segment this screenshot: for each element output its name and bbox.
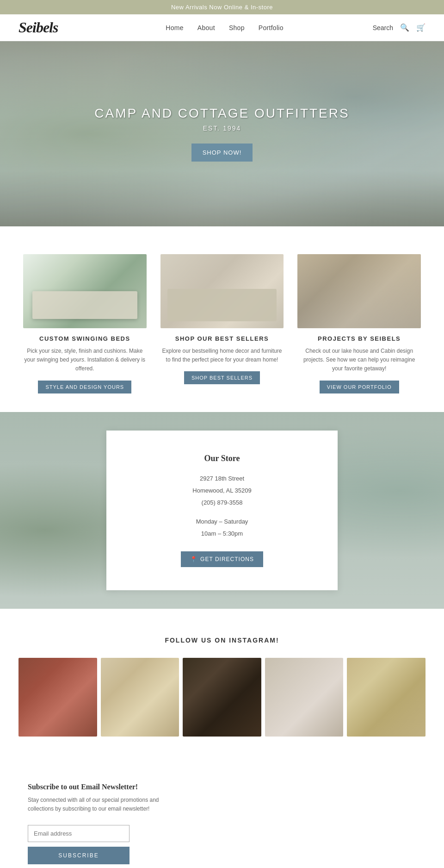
store-card: Our Store 2927 18th Street Homewood, AL … xyxy=(106,431,338,590)
newsletter-section: Subscribe to out Email Newsletter! Stay … xyxy=(0,755,444,868)
header-right: Search 🔍 🛒 xyxy=(373,23,426,32)
store-address-line2: Homewood, AL 35209 xyxy=(143,485,301,497)
shop-now-button[interactable]: SHOP NOW! xyxy=(191,144,253,162)
announcement-bar: New Arrivals Now Online & In-store xyxy=(0,0,444,14)
instagram-item-5[interactable] xyxy=(347,658,426,737)
instagram-item-4[interactable] xyxy=(265,658,344,737)
card-title-swinging-beds: CUSTOM SWINGING BEDS xyxy=(23,335,147,342)
hero-title: CAMP AND COTTAGE OUTFITTERS xyxy=(94,106,349,121)
instagram-grid xyxy=(18,658,426,737)
instagram-item-3[interactable] xyxy=(183,658,261,737)
shop-best-sellers-button[interactable]: SHOP BEST SELLERS xyxy=(184,371,260,384)
logo[interactable]: Seibels xyxy=(18,19,58,36)
card-title-projects: PROJECTS BY SEIBELS xyxy=(297,335,421,342)
card-best-sellers: SHOP OUR BEST SELLERS Explore our bestse… xyxy=(160,254,284,393)
store-hours: Monday – Saturday 10am – 5:30pm xyxy=(143,516,301,540)
nav-portfolio[interactable]: Portfolio xyxy=(259,24,284,31)
directions-label: GET DIRECTIONS xyxy=(200,556,254,562)
instagram-section: FOLLOW US ON INSTAGRAM! xyxy=(0,609,444,755)
subscribe-button[interactable]: SUBSCRIBE xyxy=(28,847,130,864)
announcement-text: New Arrivals Now Online & In-store xyxy=(171,4,273,11)
nav-shop[interactable]: Shop xyxy=(229,24,245,31)
instagram-title: FOLLOW US ON INSTAGRAM! xyxy=(18,637,426,644)
instagram-item-1[interactable] xyxy=(18,658,97,737)
card-projects: PROJECTS BY SEIBELS Check out our lake h… xyxy=(297,254,421,393)
store-title: Our Store xyxy=(143,454,301,463)
nav-home[interactable]: Home xyxy=(166,24,184,31)
card-desc-swinging-beds: Pick your size, style, finish and cushio… xyxy=(23,347,147,374)
card-image-best-sellers xyxy=(160,254,284,328)
card-desc-best-sellers: Explore our bestselling home decor and f… xyxy=(160,347,284,364)
hero-content: CAMP AND COTTAGE OUTFITTERS EST. 1994 SH… xyxy=(94,106,349,162)
store-hours-time: 10am – 5:30pm xyxy=(143,528,301,540)
search-icon[interactable]: 🔍 xyxy=(400,23,409,32)
pin-icon: 📍 xyxy=(190,556,197,562)
newsletter-title: Subscribe to out Email Newsletter! xyxy=(28,783,416,791)
header: Seibels Home About Shop Portfolio Search… xyxy=(0,14,444,41)
store-address-line1: 2927 18th Street xyxy=(143,473,301,485)
store-section: Our Store 2927 18th Street Homewood, AL … xyxy=(0,412,444,609)
logo-text: Seibels xyxy=(18,19,58,36)
store-phone: (205) 879-3558 xyxy=(143,497,301,509)
search-label: Search xyxy=(373,24,393,31)
store-hours-days: Monday – Saturday xyxy=(143,516,301,528)
style-design-yours-button[interactable]: STYLE AND DESIGN YOURS xyxy=(38,381,131,393)
view-portfolio-button[interactable]: VIEW OUR PORTFOLIO xyxy=(320,381,399,393)
card-swinging-beds: CUSTOM SWINGING BEDS Pick your size, sty… xyxy=(23,254,147,393)
store-address: 2927 18th Street Homewood, AL 35209 (205… xyxy=(143,473,301,509)
cart-icon[interactable]: 🛒 xyxy=(416,23,426,32)
main-nav: Home About Shop Portfolio xyxy=(76,24,372,31)
card-desc-projects: Check out our lake house and Cabin desig… xyxy=(297,347,421,374)
newsletter-description: Stay connected with all of our special p… xyxy=(28,796,176,813)
card-image-swinging-beds xyxy=(23,254,147,328)
card-title-best-sellers: SHOP OUR BEST SELLERS xyxy=(160,335,284,342)
nav-about[interactable]: About xyxy=(197,24,215,31)
get-directions-button[interactable]: 📍 GET DIRECTIONS xyxy=(181,551,263,567)
email-input[interactable] xyxy=(28,825,130,842)
card-image-projects xyxy=(297,254,421,328)
hero-section: CAMP AND COTTAGE OUTFITTERS EST. 1994 SH… xyxy=(0,41,444,226)
instagram-item-2[interactable] xyxy=(101,658,179,737)
hero-subtitle: EST. 1994 xyxy=(94,125,349,132)
three-col-section: CUSTOM SWINGING BEDS Pick your size, sty… xyxy=(0,226,444,412)
